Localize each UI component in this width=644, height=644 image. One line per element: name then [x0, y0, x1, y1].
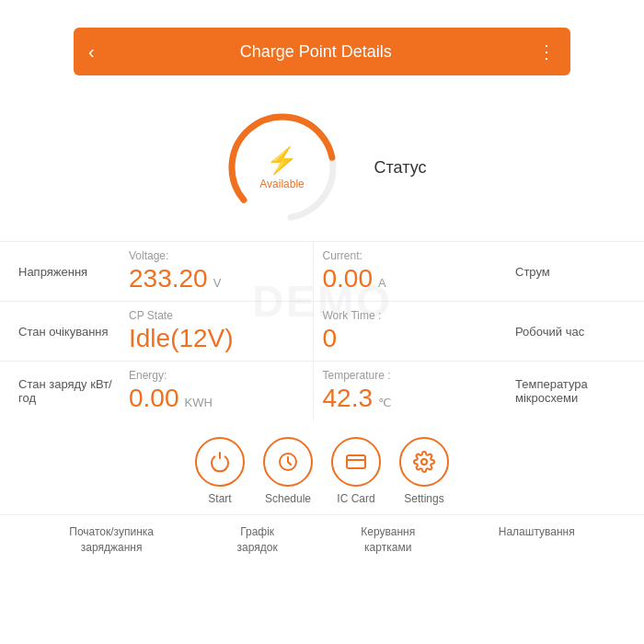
metric-value: 233.20 [129, 264, 208, 293]
metric-left-1: CP State Idle(12V) [120, 302, 313, 361]
menu-button[interactable]: ⋮ [537, 40, 556, 63]
metric-header: Current: [323, 249, 498, 262]
metric-unit: ℃ [378, 396, 392, 409]
action-label-ic-card: IC Card [337, 492, 374, 505]
action-circle-settings [399, 437, 449, 487]
action-circle-start [195, 437, 245, 487]
row-right-label-1: Робочий час [506, 302, 626, 361]
metric-value: Idle(12V) [129, 324, 234, 353]
metric-header: Temperature : [323, 369, 498, 382]
metric-left-2: Energy: 0.00 KWH [120, 362, 313, 420]
translation-schedule: Графік зарядок [237, 524, 278, 556]
action-label-settings: Settings [404, 492, 443, 505]
gauge-status: Available [259, 178, 304, 190]
action-label-schedule: Schedule [265, 492, 311, 505]
svg-point-5 [421, 459, 427, 465]
metric-header: Work Time : [323, 309, 498, 322]
row-left-label-1: Стан очікування [18, 302, 120, 361]
translation-settings: Налаштування [499, 524, 575, 556]
svg-rect-3 [347, 455, 365, 468]
translation-start: Початок/зупинка заряджання [69, 524, 154, 556]
data-rows: Напряження Voltage: 233.20 V Current: 0.… [0, 241, 644, 420]
bolt-icon: ⚡ [266, 145, 298, 176]
metric-value: 42.3 [323, 384, 374, 413]
translation-ic-card: Керування картками [361, 524, 415, 556]
row-left-label-2: Стан заряду кВт/год [18, 362, 120, 420]
page-title: Charge Point Details [95, 42, 537, 62]
header-bar: ‹ Charge Point Details ⋮ [74, 28, 570, 75]
gauge-section: ⚡ Available Статус [0, 75, 644, 241]
action-label-start: Start [208, 492, 231, 505]
action-buttons: StartScheduleIC CardSettings [0, 420, 644, 514]
metric-value: 0 [323, 324, 338, 353]
metric-right-2: Temperature : 42.3 ℃ [313, 362, 507, 420]
action-btn-schedule[interactable]: Schedule [263, 437, 313, 505]
row-right-label-2: Температура мікросхеми [506, 362, 626, 420]
row-left-label-0: Напряження [18, 242, 120, 301]
status-label: Статус [374, 158, 427, 178]
metric-unit: A [378, 276, 386, 290]
metric-unit: KWH [185, 396, 213, 409]
metric-right-0: Current: 0.00 A [313, 242, 507, 301]
action-btn-ic-card[interactable]: IC Card [331, 437, 381, 505]
data-row-1: Стан очікування CP State Idle(12V) Work … [0, 301, 644, 361]
gauge-center: ⚡ Available [259, 145, 304, 190]
metric-header: Energy: [129, 369, 304, 382]
action-circle-ic-card [331, 437, 381, 487]
metric-right-1: Work Time : 0 [313, 302, 507, 361]
action-btn-settings[interactable]: Settings [399, 437, 449, 505]
metric-header: CP State [129, 309, 304, 322]
metric-value: 0.00 [323, 264, 374, 293]
metric-unit: V [213, 276, 222, 290]
metric-value: 0.00 [129, 384, 179, 413]
translations-bar: Початок/зупинка заряджанняГрафік зарядок… [0, 514, 644, 565]
action-circle-schedule [263, 437, 313, 487]
data-row-0: Напряження Voltage: 233.20 V Current: 0.… [0, 241, 644, 301]
data-row-2: Стан заряду кВт/год Energy: 0.00 KWH Tem… [0, 361, 644, 420]
metric-left-0: Voltage: 233.20 V [120, 242, 313, 301]
gauge-widget: ⚡ Available [218, 103, 347, 232]
row-right-label-0: Струм [506, 242, 626, 301]
back-button[interactable]: ‹ [88, 41, 95, 63]
action-btn-start[interactable]: Start [195, 437, 245, 505]
